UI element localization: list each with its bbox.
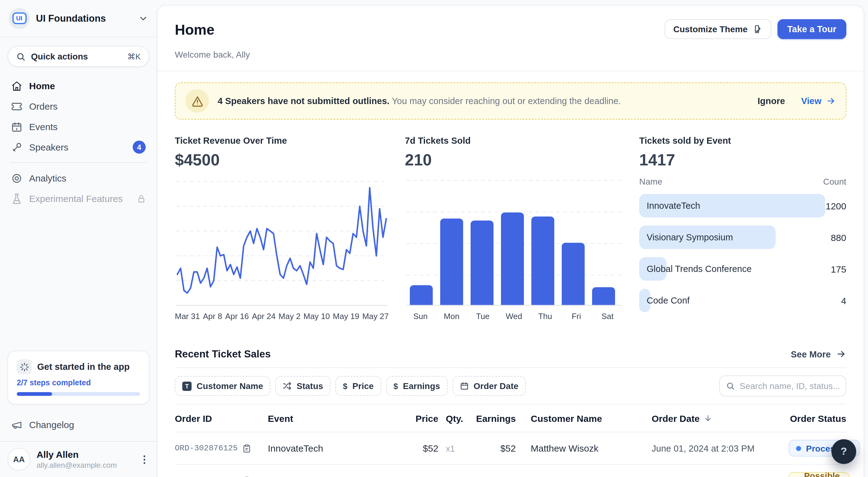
sidebar-item-home[interactable]: Home bbox=[5, 76, 152, 96]
orders-table: Order ID Event Price Qty. Earnings Custo… bbox=[175, 405, 846, 477]
sidebar-item-speakers[interactable]: Speakers 4 bbox=[5, 137, 152, 157]
microphone-icon bbox=[11, 141, 22, 153]
th-order-id[interactable]: Order ID bbox=[175, 413, 268, 423]
speakers-count-badge: 4 bbox=[133, 141, 146, 154]
x-tick-label: May 27 bbox=[362, 312, 389, 321]
tickets-sold-chart-panel: 7d Tickets Sold 210 SunMonTueWedThuFriSa… bbox=[405, 136, 623, 321]
search-input[interactable] bbox=[740, 381, 839, 391]
sidebar-item-analytics[interactable]: Analytics bbox=[5, 168, 152, 188]
progress-fill bbox=[17, 392, 52, 396]
event-row[interactable]: Global Trends Conference175 bbox=[639, 257, 846, 281]
sidebar-item-label: Orders bbox=[29, 101, 58, 111]
ellipsis-vertical-icon[interactable]: ⋮ bbox=[140, 453, 149, 465]
bar-thu bbox=[531, 216, 554, 308]
status-dot-icon bbox=[796, 446, 801, 451]
price-cell: $52 bbox=[407, 475, 438, 477]
bar-fri bbox=[562, 243, 585, 308]
line-chart bbox=[175, 176, 389, 308]
workspace-switcher[interactable]: UI UI Foundations bbox=[0, 0, 157, 37]
x-tick-label: Apr 8 bbox=[203, 312, 222, 321]
chevron-down-icon[interactable] bbox=[138, 13, 148, 23]
dollar-icon: $ bbox=[393, 381, 398, 390]
text-icon: T bbox=[182, 381, 192, 390]
sidebar-item-orders[interactable]: Orders bbox=[5, 96, 152, 116]
th-order-status[interactable]: Order Status bbox=[788, 413, 846, 423]
x-tick-label: Tue bbox=[467, 312, 498, 321]
sidebar-item-events[interactable]: Events bbox=[5, 116, 152, 137]
filter-status[interactable]: Status bbox=[276, 376, 331, 396]
quick-actions-search[interactable]: Quick actions ⌘K bbox=[7, 46, 149, 67]
th-order-date[interactable]: Order Date bbox=[637, 413, 788, 423]
get-started-title: Get started in the app bbox=[37, 362, 130, 372]
filter-customer-name[interactable]: T Customer Name bbox=[175, 376, 271, 396]
date-cell: June 01, 2024 at 2:03 PM bbox=[637, 443, 788, 453]
see-more-label: See More bbox=[791, 349, 831, 359]
column-header-count: Count bbox=[823, 176, 846, 186]
customize-theme-button[interactable]: Customize Theme bbox=[664, 19, 771, 39]
user-menu[interactable]: AA Ally Allen ally.allen@example.com ⋮ bbox=[0, 441, 157, 477]
event-row[interactable]: Code Conf4 bbox=[639, 289, 846, 312]
filter-price[interactable]: $ Price bbox=[335, 376, 381, 396]
calendar-icon bbox=[11, 121, 22, 132]
user-email: ally.allen@example.com bbox=[37, 461, 117, 470]
ticket-icon bbox=[11, 101, 22, 112]
chip-label: Earnings bbox=[403, 381, 440, 391]
th-customer-name[interactable]: Customer Name bbox=[516, 413, 637, 423]
view-button[interactable]: View bbox=[801, 96, 836, 106]
steps-completed-label: 2/7 steps completed bbox=[17, 378, 140, 387]
qty-cell: x1 bbox=[438, 443, 472, 453]
see-more-button[interactable]: See More bbox=[791, 349, 846, 359]
sidebar-item-label: Events bbox=[29, 122, 58, 132]
bar-tue bbox=[471, 220, 494, 308]
sidebar-item-label: Home bbox=[29, 80, 55, 91]
ignore-button[interactable]: Ignore bbox=[757, 96, 785, 106]
event-name: Code Conf bbox=[639, 296, 690, 305]
x-tick-label: May 10 bbox=[304, 312, 330, 321]
clipboard-copy-icon[interactable] bbox=[243, 444, 251, 452]
filter-bar: T Customer Name Status $ Price $ Earning… bbox=[175, 375, 846, 397]
th-earnings[interactable]: Earnings bbox=[472, 413, 516, 423]
qty-cell: x2 bbox=[438, 475, 472, 477]
bar-mon bbox=[440, 219, 463, 308]
table-row[interactable]: ORD-302876122 InnovateTech $52 x2 $105 B… bbox=[175, 464, 846, 477]
lock-icon bbox=[137, 194, 146, 203]
sidebar-item-changelog[interactable]: Changelog bbox=[5, 414, 152, 435]
page-header: Home Welcome back, Ally Customize Theme … bbox=[157, 6, 864, 71]
th-price[interactable]: Price bbox=[407, 413, 438, 423]
welcome-message: Welcome back, Ally bbox=[175, 49, 846, 60]
sidebar-divider bbox=[10, 162, 147, 163]
progress-bar bbox=[17, 392, 140, 396]
th-qty[interactable]: Qty. bbox=[438, 413, 472, 423]
get-started-card[interactable]: Get started in the app 2/7 steps complet… bbox=[7, 351, 149, 405]
filter-order-date[interactable]: Order Date bbox=[453, 376, 526, 396]
event-row[interactable]: Visionary Symposium880 bbox=[639, 226, 846, 249]
bar-sun bbox=[410, 285, 433, 308]
banner-message-rest: You may consider reaching out or extendi… bbox=[390, 96, 621, 106]
help-button[interactable]: ? bbox=[831, 439, 856, 464]
sidebar-item-label: Changelog bbox=[29, 419, 74, 430]
chip-label: Status bbox=[297, 381, 323, 391]
table-search[interactable] bbox=[719, 375, 846, 397]
filter-earnings[interactable]: $ Earnings bbox=[386, 376, 447, 396]
sidebar-item-experimental-features[interactable]: Experimental Features bbox=[5, 188, 152, 209]
order-id-value: ORD-302876125 bbox=[175, 444, 238, 453]
quick-actions-label: Quick actions bbox=[31, 52, 88, 61]
search-icon bbox=[726, 382, 735, 390]
shuffle-icon bbox=[283, 382, 292, 390]
x-tick-label: Apr 24 bbox=[252, 312, 276, 321]
banner-message: 4 Speakers have not submitted outlines. … bbox=[218, 96, 621, 106]
th-event[interactable]: Event bbox=[268, 413, 407, 423]
table-row[interactable]: ORD-302876125 InnovateTech $52 x1 $52 Ma… bbox=[175, 432, 846, 464]
speakers-warning-banner: 4 Speakers have not submitted outlines. … bbox=[175, 82, 846, 120]
calendar-icon bbox=[460, 382, 469, 390]
take-a-tour-label: Take a Tour bbox=[787, 24, 836, 34]
swatch-icon bbox=[753, 24, 763, 34]
earnings-cell: $52 bbox=[472, 443, 516, 453]
megaphone-icon bbox=[11, 419, 22, 430]
bar-sat bbox=[592, 287, 615, 308]
event-count: 880 bbox=[831, 232, 846, 242]
event-row[interactable]: InnovateTech1200 bbox=[639, 194, 846, 217]
order-id-value: ORD-302876122 bbox=[175, 476, 238, 477]
take-a-tour-button[interactable]: Take a Tour bbox=[777, 19, 846, 39]
chip-label: Customer Name bbox=[196, 381, 263, 391]
